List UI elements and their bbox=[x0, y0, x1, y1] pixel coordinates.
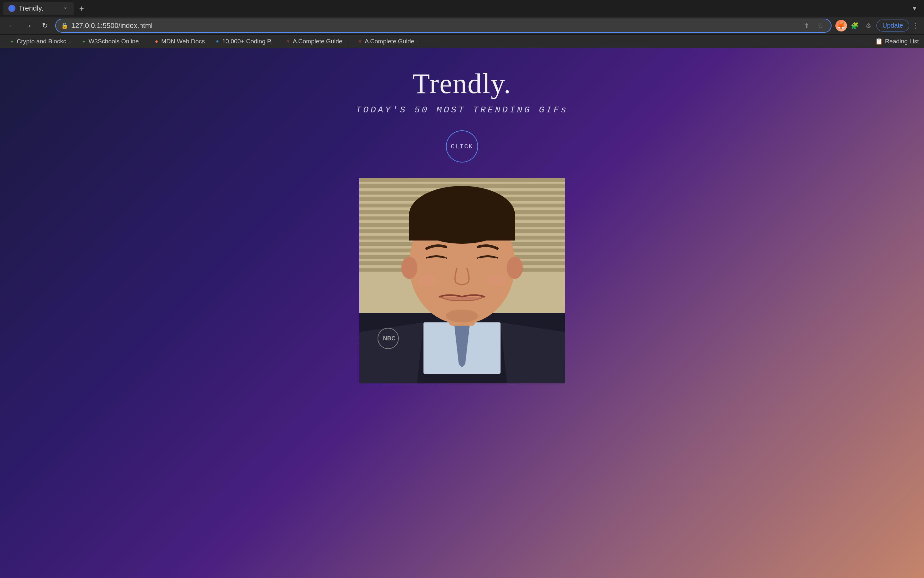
address-text: 127.0.0.1:5500/index.html bbox=[71, 21, 798, 30]
new-tab-button[interactable]: + bbox=[75, 2, 88, 15]
gif-image: NBC bbox=[359, 178, 565, 383]
active-tab[interactable]: 🌀 Trendly. × bbox=[3, 2, 74, 15]
bookmark-favicon-2: ◆ bbox=[154, 39, 159, 44]
svg-point-25 bbox=[401, 257, 417, 279]
bookmark-label-4: A Complete Guide... bbox=[293, 38, 347, 45]
svg-point-28 bbox=[488, 275, 507, 286]
svg-rect-24 bbox=[409, 215, 515, 240]
svg-point-31 bbox=[446, 310, 478, 322]
reading-list-icon: 📋 bbox=[875, 37, 883, 45]
bookmark-item-2[interactable]: ◆ MDN Web Docs bbox=[150, 37, 209, 46]
click-button[interactable]: CLICK bbox=[446, 130, 478, 162]
nav-right-controls: 🦊 🧩 ⚙ Update ⋮ bbox=[835, 19, 919, 31]
browser-menu-button[interactable]: ⋮ bbox=[912, 21, 919, 30]
tab-close-button[interactable]: × bbox=[62, 5, 69, 11]
bookmark-star-icon[interactable]: ☆ bbox=[815, 20, 826, 31]
bookmark-label-2: MDN Web Docs bbox=[161, 38, 205, 45]
svg-point-27 bbox=[417, 275, 436, 286]
address-bar[interactable]: 🔒 127.0.0.1:5500/index.html ⬆ ☆ bbox=[55, 19, 832, 33]
extension-icon[interactable]: 🧩 bbox=[849, 20, 861, 31]
address-lock-icon: 🔒 bbox=[61, 22, 68, 29]
bookmark-label-0: Crypto and Blockc... bbox=[17, 38, 71, 45]
bookmark-favicon-4: ✳ bbox=[285, 39, 291, 44]
settings-icon[interactable]: ⚙ bbox=[863, 20, 874, 31]
page-content: Trendly. TODAY'S 50 MOST TRENDING GIFs C… bbox=[0, 48, 924, 578]
bookmark-favicon-0: ● bbox=[9, 39, 15, 44]
svg-text:NBC: NBC bbox=[383, 335, 396, 342]
svg-marker-20 bbox=[501, 322, 565, 383]
bookmark-label-5: A Complete Guide... bbox=[365, 38, 419, 45]
reading-list-label: Reading List bbox=[885, 38, 919, 45]
tab-bar-right: ▾ bbox=[908, 2, 921, 15]
refresh-button[interactable]: ↻ bbox=[39, 19, 51, 32]
bookmark-favicon-5: ✳ bbox=[357, 39, 363, 44]
tab-list-button[interactable]: ▾ bbox=[908, 2, 921, 15]
bookmark-item-0[interactable]: ● Crypto and Blockc... bbox=[5, 37, 75, 46]
svg-marker-19 bbox=[359, 322, 423, 383]
tab-bar: 🌀 Trendly. × + ▾ bbox=[0, 0, 924, 17]
update-button[interactable]: Update bbox=[877, 19, 909, 31]
navigation-bar: ← → ↻ 🔒 127.0.0.1:5500/index.html ⬆ ☆ 🦊 … bbox=[0, 17, 924, 35]
app-title: Trendly. bbox=[413, 67, 511, 100]
bookmark-favicon-1: ● bbox=[81, 39, 87, 44]
tab-title: Trendly. bbox=[19, 4, 59, 13]
profile-avatar[interactable]: 🦊 bbox=[835, 20, 847, 31]
bookmark-item-5[interactable]: ✳ A Complete Guide... bbox=[353, 37, 423, 46]
bookmark-item-4[interactable]: ✳ A Complete Guide... bbox=[281, 37, 351, 46]
bookmark-label-1: W3Schools Online... bbox=[89, 38, 144, 45]
bookmark-item-1[interactable]: ● W3Schools Online... bbox=[77, 37, 148, 46]
address-actions: ⬆ ☆ bbox=[801, 20, 826, 31]
reading-list-button[interactable]: 📋 Reading List bbox=[875, 37, 919, 45]
app-subtitle: TODAY'S 50 MOST TRENDING GIFs bbox=[356, 105, 568, 115]
gif-display: NBC bbox=[359, 178, 565, 383]
browser-chrome: 🌀 Trendly. × + ▾ ← → ↻ 🔒 127.0.0.1:5500/… bbox=[0, 0, 924, 48]
bookmark-item-3[interactable]: ■ 10,000+ Coding P... bbox=[211, 37, 279, 46]
bookmark-favicon-3: ■ bbox=[214, 39, 220, 44]
share-icon[interactable]: ⬆ bbox=[801, 20, 812, 31]
bookmarks-bar: ● Crypto and Blockc... ● W3Schools Onlin… bbox=[0, 35, 924, 48]
forward-button[interactable]: → bbox=[22, 19, 35, 32]
back-button[interactable]: ← bbox=[5, 19, 18, 32]
svg-rect-1 bbox=[359, 178, 565, 182]
svg-point-26 bbox=[507, 257, 523, 279]
tab-favicon: 🌀 bbox=[8, 5, 15, 12]
bookmark-label-3: 10,000+ Coding P... bbox=[222, 38, 276, 45]
